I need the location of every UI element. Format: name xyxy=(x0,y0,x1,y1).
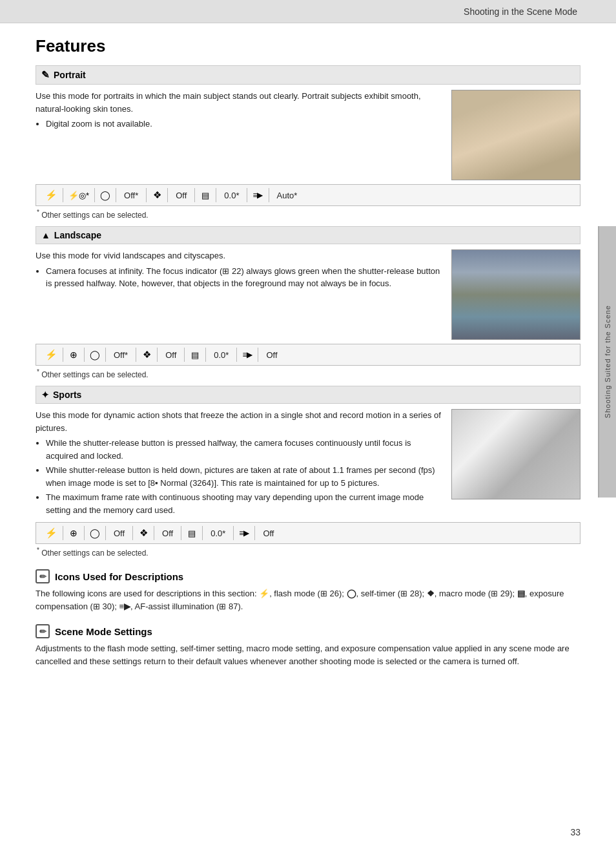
landscape-header: ▲ Landscape xyxy=(36,226,580,244)
portrait-image xyxy=(451,90,580,180)
sports-photo xyxy=(452,410,580,499)
portrait-icon-row: ⚡ ⚡◎* ◯ Off* ❖ Off ▤ 0.0* ≡▶ Auto* xyxy=(36,184,580,206)
landscape-section: ▲ Landscape Use this mode for vivid land… xyxy=(36,226,580,379)
pencil-icon: ✏ xyxy=(36,569,50,583)
portrait-label: Portrait xyxy=(54,70,86,80)
timer-icon-3: ◯ xyxy=(86,527,104,540)
sports-image xyxy=(451,409,580,499)
divider xyxy=(236,348,237,362)
icons-used-text: The following icons are used for descrip… xyxy=(36,587,580,613)
exp-icon: ▤ xyxy=(196,189,214,202)
divider xyxy=(63,348,63,362)
divider xyxy=(84,526,85,540)
flash-redeye-icon: ⚡◎* xyxy=(65,189,93,202)
divider xyxy=(136,348,136,362)
exp-value-3: 0.0* xyxy=(204,527,232,540)
portrait-icon: ✎ xyxy=(41,69,50,81)
scene-mode-settings-title: Scene Mode Settings xyxy=(55,626,152,637)
divider xyxy=(146,188,147,202)
timer-icon: ◯ xyxy=(96,189,114,202)
sports-text: Use this mode for dynamic action shots t… xyxy=(36,409,444,518)
af-icon-2: ≡▶ xyxy=(238,349,256,361)
landscape-icon: ▲ xyxy=(41,230,50,240)
portrait-text: Use this mode for portraits in which the… xyxy=(36,90,444,180)
macro-icon: ❖ xyxy=(148,188,166,202)
sports-label: Sports xyxy=(53,390,81,400)
exp-icon-2: ▤ xyxy=(186,349,204,361)
divider xyxy=(63,526,63,540)
landscape-text: Use this mode for vivid landscapes and c… xyxy=(36,249,444,340)
divider xyxy=(157,348,158,362)
af-value: Auto* xyxy=(271,189,304,202)
landscape-bullet-1: Camera focuses at infinity. The focus in… xyxy=(46,265,444,290)
af-value-2: Off xyxy=(260,349,283,361)
sports-bullet-2: While shutter-release button is held dow… xyxy=(46,464,444,489)
af-icon-3: ≡▶ xyxy=(235,527,253,539)
flash-icon: ⚡ xyxy=(41,188,61,202)
divider xyxy=(247,188,247,202)
timer-icon-2: ◯ xyxy=(86,348,104,361)
exp-value: 0.0* xyxy=(218,189,245,202)
divider xyxy=(269,188,269,202)
sports-section: ✦ Sports Use this mode for dynamic actio… xyxy=(36,386,580,558)
divider xyxy=(233,526,234,540)
timer-value-3: Off xyxy=(107,527,131,540)
landscape-footnote: * Other settings can be selected. xyxy=(36,368,580,379)
sports-content: Use this mode for dynamic action shots t… xyxy=(36,409,580,518)
exp-icon-3: ▤ xyxy=(183,527,201,540)
sports-footnote: * Other settings can be selected. xyxy=(36,547,580,558)
portrait-content: Use this mode for portraits in which the… xyxy=(36,90,580,180)
divider xyxy=(105,348,106,362)
flash-icon-2: ⚡ xyxy=(41,348,61,362)
divider xyxy=(94,188,95,202)
icons-used-section: ✏ Icons Used for Descriptions The follow… xyxy=(36,569,580,613)
main-content: Features ✎ Portrait Use this mode for po… xyxy=(0,23,616,695)
macro-value: Off xyxy=(169,189,193,202)
divider xyxy=(202,526,203,540)
macro-icon-2: ❖ xyxy=(138,348,156,362)
scene-mode-settings-header: ✏ Scene Mode Settings xyxy=(36,624,580,638)
divider xyxy=(84,348,85,362)
divider xyxy=(254,526,255,540)
timer-value: Off* xyxy=(118,189,145,202)
flash-off-icon: ⊕ xyxy=(65,348,83,361)
timer-value-2: Off* xyxy=(107,349,134,361)
page-title: Features xyxy=(36,36,580,56)
portrait-bullet: Digital zoom is not available. xyxy=(46,118,444,131)
flash-off-icon-2: ⊕ xyxy=(65,527,83,540)
divider xyxy=(216,188,216,202)
macro-icon-3: ❖ xyxy=(134,526,152,540)
divider xyxy=(194,188,195,202)
sports-header: ✦ Sports xyxy=(36,386,580,404)
divider xyxy=(181,526,181,540)
scene-mode-settings-section: ✏ Scene Mode Settings Adjustments to the… xyxy=(36,624,580,667)
flash-icon-3: ⚡ xyxy=(41,526,61,540)
divider xyxy=(116,188,116,202)
landscape-description: Use this mode for vivid landscapes and c… xyxy=(36,249,444,262)
top-bar: Shooting in the Scene Mode xyxy=(0,0,616,23)
af-value-3: Off xyxy=(256,527,280,540)
exp-value-2: 0.0* xyxy=(207,349,235,361)
page-number: 33 xyxy=(570,827,580,837)
macro-value-3: Off xyxy=(156,527,180,540)
portrait-header: ✎ Portrait xyxy=(36,65,580,85)
portrait-description: Use this mode for portraits in which the… xyxy=(36,90,444,115)
landscape-icon-row: ⚡ ⊕ ◯ Off* ❖ Off ▤ 0.0* ≡▶ Off xyxy=(36,344,580,366)
sports-icon: ✦ xyxy=(41,390,49,400)
landscape-content: Use this mode for vivid landscapes and c… xyxy=(36,249,580,340)
scene-mode-settings-text: Adjustments to the flash mode setting, s… xyxy=(36,642,580,667)
icons-used-header: ✏ Icons Used for Descriptions xyxy=(36,569,580,583)
divider xyxy=(154,526,154,540)
header-title: Shooting in the Scene Mode xyxy=(464,6,577,17)
divider xyxy=(258,348,258,362)
portrait-section: ✎ Portrait Use this mode for portraits i… xyxy=(36,65,580,220)
portrait-footnote: * Other settings can be selected. xyxy=(36,209,580,220)
sports-bullet-1: While the shutter-release button is pres… xyxy=(46,437,444,462)
divider xyxy=(105,526,106,540)
divider xyxy=(205,348,206,362)
landscape-image xyxy=(451,249,580,340)
af-icon: ≡▶ xyxy=(249,189,267,201)
portrait-photo xyxy=(452,90,580,180)
landscape-photo xyxy=(452,250,580,339)
divider xyxy=(63,188,63,202)
